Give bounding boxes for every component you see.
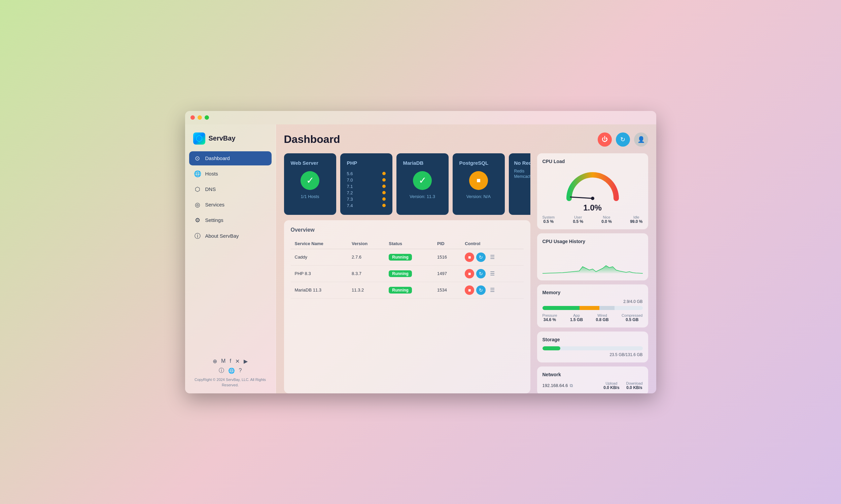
copy-icon[interactable]: ⧉ — [570, 383, 573, 388]
php-versions: 5.6 7.0 7.1 7.2 7.3 7.4 — [347, 171, 386, 208]
php-70: 7.0 — [347, 178, 386, 183]
maximize-button[interactable] — [205, 115, 209, 120]
cell-control: ■ ↻ ☰ — [461, 249, 523, 265]
php-74: 7.4 — [347, 203, 386, 208]
memory-stats: Pressure 34.6 % App 1.5 GB Wired 0.8 GB — [543, 313, 643, 322]
overview-title: Overview — [291, 227, 524, 233]
mem-stat-wired: Wired 0.8 GB — [596, 313, 609, 322]
sidebar-item-settings[interactable]: ⚙Settings — [189, 213, 272, 227]
sidebar-bottom: ⊕ M f ✕ ▶ ⓘ 🌐 ? CopyRight © 2024 ServBay… — [189, 358, 272, 388]
log-button[interactable]: ☰ — [488, 252, 497, 262]
about-nav-icon: ⓘ — [194, 232, 201, 240]
restart-button[interactable]: ↻ — [476, 252, 486, 262]
control-btns: ■ ↻ ☰ — [465, 269, 519, 278]
nav-container: ⊙Dashboard🌐Hosts⬡DNS◎Services⚙SettingsⓘA… — [189, 151, 272, 245]
memory-bar-gray — [599, 306, 615, 310]
facebook-icon[interactable]: f — [229, 358, 231, 364]
overview-table: Service Name Version Status PID Control … — [291, 238, 524, 299]
user-button[interactable]: 👤 — [634, 132, 648, 147]
restart-button[interactable]: ↻ — [476, 286, 486, 295]
cpu-stat-system: System 0.5 % — [543, 215, 555, 224]
php-72: 7.2 — [347, 190, 386, 195]
close-button[interactable] — [190, 115, 195, 120]
sidebar-item-about[interactable]: ⓘAbout ServBay — [189, 229, 272, 244]
webserver-status-icon: ✓ — [291, 171, 329, 190]
cell-service-name: PHP 8.3 — [291, 265, 348, 282]
storage-title: Storage — [543, 337, 643, 342]
sidebar-item-services[interactable]: ◎Services — [189, 198, 272, 212]
memory-total: 2.9/4.0 GB — [543, 299, 643, 304]
right-panel: CPU Load — [537, 153, 648, 393]
log-button[interactable]: ☰ — [488, 269, 497, 278]
mariadb-check-icon: ✓ — [413, 171, 432, 190]
storage-card: Storage 23.5 GB/131.6 GB — [537, 331, 648, 362]
cell-status: Running — [385, 282, 433, 298]
php-56: 5.6 — [347, 171, 386, 176]
cpu-history-chart — [543, 248, 643, 275]
left-panel: Web Server ✓ 1/1 Hosts PHP 5.6 7.0 — [284, 153, 530, 393]
mariadb-status-icon: ✓ — [403, 171, 442, 190]
col-pid: PID — [433, 238, 461, 249]
refresh-button[interactable]: ↻ — [616, 132, 630, 147]
postgresql-status-icon: ■ — [459, 171, 498, 190]
cpu-load-value: 1.0% — [583, 203, 602, 213]
stop-button[interactable]: ■ — [465, 252, 474, 262]
table-row: MariaDB 11.3 11.3.2 Running 1534 ■ ↻ ☰ — [291, 282, 524, 298]
php-73-dot — [382, 197, 386, 201]
cpu-load-card: CPU Load — [537, 153, 648, 229]
php-72-dot — [382, 191, 386, 194]
services-nav-label: Services — [205, 202, 225, 208]
stop-button[interactable]: ■ — [465, 269, 474, 278]
sidebar-item-dns[interactable]: ⬡DNS — [189, 182, 272, 196]
cpu-history-card: CPU Usage History — [537, 233, 648, 281]
network-title: Network — [543, 372, 643, 377]
dashboard-nav-icon: ⊙ — [194, 155, 201, 162]
memory-bar — [543, 306, 643, 310]
cpu-history-title: CPU Usage History — [543, 239, 643, 244]
mariadb-card: MariaDB ✓ Version: 11.3 — [396, 153, 449, 215]
cpu-load-title: CPU Load — [543, 159, 643, 164]
net-download: Download 0.0 KB/s — [626, 381, 643, 390]
app-window: ServBay ⊙Dashboard🌐Hosts⬡DNS◎Services⚙Se… — [185, 111, 656, 393]
content-body: Web Server ✓ 1/1 Hosts PHP 5.6 7.0 — [284, 153, 648, 393]
info-icon[interactable]: ⓘ — [219, 367, 224, 374]
sidebar-item-hosts[interactable]: 🌐Hosts — [189, 167, 272, 181]
cell-pid: 1534 — [433, 282, 461, 298]
hosts-nav-label: Hosts — [205, 171, 218, 177]
x-icon[interactable]: ✕ — [235, 358, 240, 364]
youtube-icon[interactable]: ▶ — [244, 358, 248, 364]
postgresql-card-title: PostgreSQL — [459, 160, 498, 166]
help-icon[interactable]: ? — [239, 367, 242, 374]
cpu-history-svg — [543, 248, 643, 275]
svg-marker-1 — [198, 136, 201, 141]
social-row: ⊕ M f ✕ ▶ — [213, 358, 248, 364]
log-button[interactable]: ☰ — [488, 286, 497, 295]
webserver-sub: 1/1 Hosts — [291, 194, 329, 199]
sidebar-item-dashboard[interactable]: ⊙Dashboard — [189, 151, 272, 165]
webserver-check-icon: ✓ — [301, 171, 320, 190]
power-button[interactable]: ⏻ — [598, 132, 612, 147]
logo: ServBay — [189, 130, 272, 151]
svg-line-2 — [570, 197, 593, 198]
restart-button[interactable]: ↻ — [476, 269, 486, 278]
titlebar — [185, 111, 656, 124]
dashboard-nav-label: Dashboard — [205, 155, 230, 161]
control-btns: ■ ↻ ☰ — [465, 252, 519, 262]
copyright: CopyRight © 2024 ServBay, LLC. All Right… — [189, 377, 272, 388]
stop-button[interactable]: ■ — [465, 286, 474, 295]
discord-icon[interactable]: ⊕ — [213, 358, 217, 364]
mem-stat-compressed: Compressed 0.5 GB — [622, 313, 642, 322]
php-70-dot — [382, 178, 386, 182]
network-ip: 192.168.64.6 ⧉ — [543, 383, 573, 388]
php-card-title: PHP — [347, 160, 386, 166]
cell-version: 8.3.7 — [348, 265, 385, 282]
postgresql-card: PostgreSQL ■ Version: N/A — [453, 153, 505, 215]
cpu-gauge: 1.0% — [543, 168, 643, 213]
globe-icon[interactable]: 🌐 — [228, 367, 235, 374]
network-ip-text: 192.168.64.6 — [543, 383, 568, 388]
medium-icon[interactable]: M — [221, 358, 225, 364]
app-body: ServBay ⊙Dashboard🌐Hosts⬡DNS◎Services⚙Se… — [185, 124, 656, 393]
minimize-button[interactable] — [198, 115, 202, 120]
dns-nav-icon: ⬡ — [194, 185, 201, 193]
storage-text: 23.5 GB/131.6 GB — [543, 353, 643, 357]
